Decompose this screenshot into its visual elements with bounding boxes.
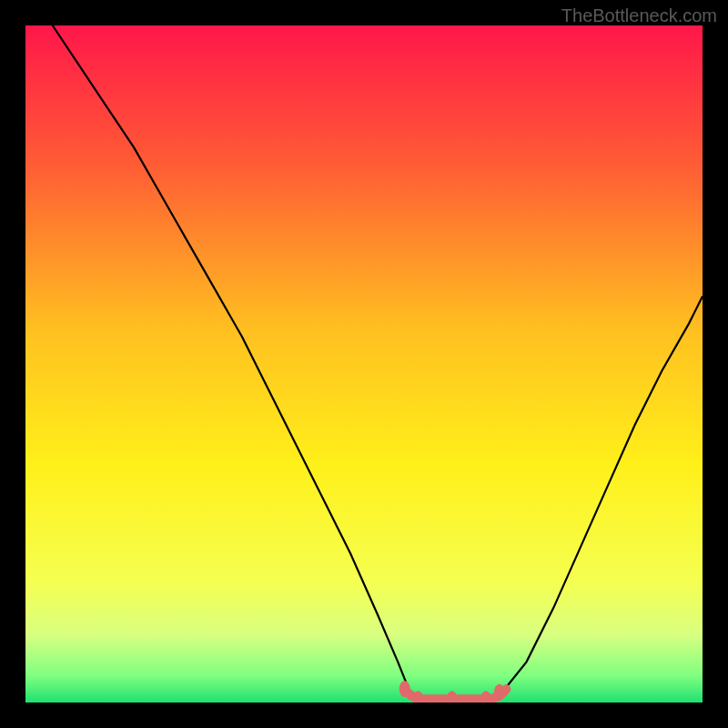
marker-dot [494, 684, 505, 701]
watermark-text: TheBottleneck.com [561, 5, 717, 26]
chart-svg [25, 25, 703, 703]
chart-frame [25, 25, 703, 703]
gradient-background [25, 25, 703, 703]
marker-dot [399, 681, 410, 697]
